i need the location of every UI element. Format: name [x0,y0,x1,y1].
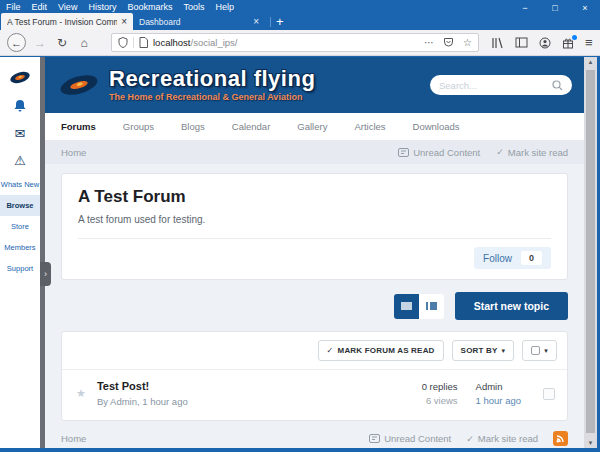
menu-bookmarks[interactable]: Bookmarks [127,2,172,12]
mark-forum-read-button[interactable]: ✓ MARK FORUM AS READ [318,340,444,361]
list-view-icon [401,302,412,311]
whats-new-gift-icon[interactable] [562,37,574,49]
url-path: /social_ips/ [191,37,238,48]
window-close-button[interactable]: × [570,0,600,16]
condensed-view-icon [426,302,437,311]
search-box[interactable] [430,75,572,95]
footer-home-link[interactable]: Home [61,433,86,444]
scroll-up-icon[interactable]: ▲ [584,59,597,65]
site-title[interactable]: Recreational flying [109,68,315,90]
window-maximize-button[interactable]: □ [540,0,570,16]
sidebar-item-whats-new[interactable]: Whats New [0,174,40,195]
expanded-view-toggle[interactable] [394,294,419,319]
sidebar-item-store[interactable]: Store [0,216,40,237]
footer-unread-label: Unread Content [384,433,451,444]
select-topics-button[interactable]: ▾ [522,340,557,361]
site-logo[interactable] [57,71,101,99]
unread-content-link[interactable]: Unread Content [398,147,480,158]
site-logo-mini[interactable] [9,70,31,85]
mark-site-read-link[interactable]: ✓ Mark site read [496,147,568,158]
last-poster-link[interactable]: Admin [476,381,521,392]
nav-tab-gallery[interactable]: Gallery [297,121,327,132]
select-all-checkbox[interactable] [531,346,540,355]
unread-content-icon [369,434,380,443]
window-minimize-button[interactable]: − [510,0,540,16]
topics-toolbar: ✓ MARK FORUM AS READ SORT BY ▾ ▾ [62,332,567,369]
page-actions-icon[interactable]: ⋯ [424,37,434,48]
content-area: A Test Forum A test forum used for testi… [45,164,584,448]
topic-stats: 0 replies 6 views [422,381,458,406]
nav-tab-blogs[interactable]: Blogs [181,121,205,132]
menu-history[interactable]: History [88,2,116,12]
url-host: localhost [153,37,191,48]
tab-close-icon[interactable]: × [121,16,127,27]
views-count: 6 views [422,395,458,406]
new-tab-button[interactable]: + [276,14,284,29]
topic-checkbox[interactable] [543,388,555,400]
sidebar-item-browse[interactable]: Browse [0,195,40,216]
menu-help[interactable]: Help [215,2,234,12]
bookmark-star-icon[interactable]: ☆ [463,37,472,48]
footer-mark-site-read-link[interactable]: ✓ Mark site read [466,433,538,444]
unread-content-icon [398,148,409,157]
alerts-warning-icon[interactable]: ⚠ [14,154,26,167]
tab-title: A Test Forum - Invision Community [7,17,117,27]
scroll-down-icon[interactable]: ▼ [584,440,597,446]
hamburger-menu-icon[interactable]: ≡ [585,35,593,50]
scrollbar-thumb[interactable] [586,70,595,433]
sort-by-button[interactable]: SORT BY ▾ [452,340,515,361]
menu-file[interactable]: File [6,2,21,12]
sidebar-item-support[interactable]: Support [0,258,40,279]
url-divider [133,37,134,48]
topic-byline[interactable]: By Admin, 1 hour ago [97,396,422,407]
replies-count: 0 replies [422,381,458,392]
condensed-view-toggle[interactable] [419,294,444,319]
menu-view[interactable]: View [58,2,77,12]
shield-icon[interactable] [118,37,128,48]
tab-test-forum[interactable]: A Test Forum - Invision Community × [1,13,133,30]
home-icon[interactable]: ⌂ [73,36,95,50]
last-post-time-link[interactable]: 1 hour ago [476,395,521,406]
sidebar-toggle-icon[interactable] [515,37,528,48]
url-bar[interactable]: localhost/social_ips/ ⋯ ☆ [111,33,479,52]
notification-dot [572,35,577,40]
chevron-down-icon: ▾ [502,347,506,355]
nav-tab-forums[interactable]: Forums [61,121,96,132]
nav-tab-downloads[interactable]: Downloads [413,121,460,132]
back-icon[interactable]: ← [7,33,26,52]
footer-unread-content-link[interactable]: Unread Content [369,433,451,444]
tab-separator [270,17,271,27]
tab-dashboard[interactable]: Dashboard × [133,13,265,30]
menu-edit[interactable]: Edit [32,2,48,12]
rss-icon[interactable] [553,431,568,446]
nav-tab-calendar[interactable]: Calendar [232,121,271,132]
sidebar-edge: › [40,57,45,448]
topic-title-link[interactable]: Test Post! [97,380,422,392]
nav-tab-groups[interactable]: Groups [123,121,154,132]
messages-envelope-icon[interactable]: ✉ [15,127,26,140]
sidebar-item-members[interactable]: Members [0,237,40,258]
topic-star-icon[interactable]: ★ [76,387,86,400]
library-icon[interactable] [491,37,504,49]
notifications-bell-icon[interactable] [13,99,27,113]
page-viewport: ✉ ⚠ Whats New Browse Store Members Suppo… [0,57,600,448]
chevron-down-icon: ▾ [544,347,548,355]
search-input[interactable] [439,80,552,91]
pocket-icon[interactable] [443,37,454,48]
topic-row[interactable]: ★ Test Post! By Admin, 1 hour ago 0 repl… [62,369,567,420]
page-icon[interactable] [139,37,148,48]
nav-tab-articles[interactable]: Articles [354,121,385,132]
vertical-scrollbar[interactable]: ▲ ▼ [584,57,597,448]
site-header: Recreational flying The Home of Recreati… [45,57,584,113]
follow-button[interactable]: Follow 0 [474,247,551,269]
forward-icon[interactable]: → [29,36,51,50]
tab-close-icon[interactable]: × [253,16,259,27]
reload-icon[interactable]: ↻ [51,36,73,50]
account-icon[interactable] [539,37,551,49]
start-new-topic-button[interactable]: Start new topic [455,292,568,320]
search-icon[interactable] [552,80,563,91]
check-icon: ✓ [327,346,334,355]
breadcrumb-home-link[interactable]: Home [61,147,86,158]
menu-tools[interactable]: Tools [183,2,204,12]
sidebar-expand-handle[interactable]: › [40,262,51,286]
